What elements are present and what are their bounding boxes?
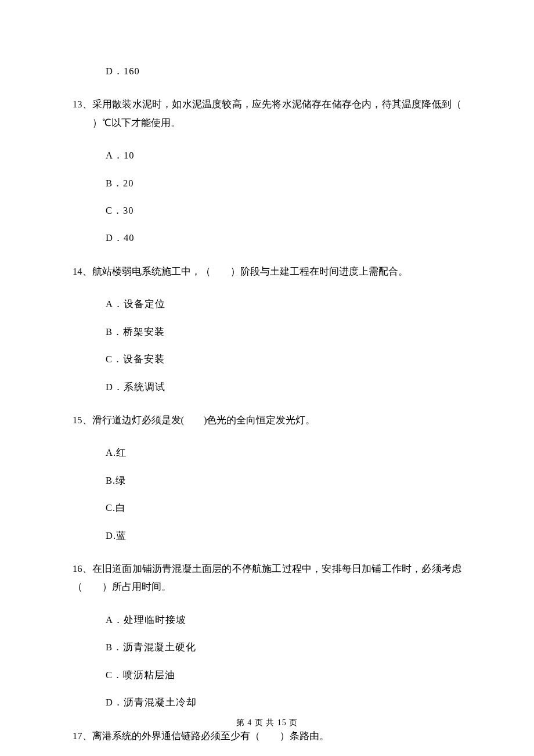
question-number: 13 [73, 99, 82, 110]
answer-blank[interactable] [82, 578, 102, 596]
page: D．160 13、采用散装水泥时，如水泥温度较高，应先将水泥储存在储存仓内，待其… [0, 0, 534, 756]
orphan-option-d: D．160 [73, 65, 461, 77]
option-b[interactable]: B.绿 [73, 474, 461, 487]
stem-suffix: ）℃以下才能使用。 [92, 117, 181, 128]
stem-prefix: 、航站楼弱电系统施工中，（ [82, 266, 211, 277]
answer-blank[interactable] [73, 114, 92, 132]
question-17: 17、离港系统的外界通信链路必须至少有（ ）条路由。 A．1 B．2 [73, 727, 461, 757]
question-stem: 13、采用散装水泥时，如水泥温度较高，应先将水泥储存在储存仓内，待其温度降低到（… [73, 95, 461, 132]
stem-prefix: 、采用散装水泥时，如水泥温度较高，应先将水泥储存在储存仓内，待其温度降低到（ [82, 99, 462, 110]
question-number: 17 [73, 730, 82, 741]
stem-suffix: ）条路由。 [280, 730, 329, 741]
option-a[interactable]: A．设备定位 [73, 298, 461, 310]
answer-blank[interactable] [211, 262, 230, 280]
option-c[interactable]: C.白 [73, 502, 461, 514]
stem-prefix: 、滑行道边灯必须是发( [82, 415, 185, 426]
stem-suffix: ）所占用时间。 [102, 581, 171, 592]
option-b[interactable]: B．20 [73, 177, 461, 189]
question-stem: 16、在旧道面加铺沥青混凝土面层的不停航施工过程中，安排每日加铺工作时，必须考虑… [73, 560, 461, 596]
option-b[interactable]: B．沥青混凝土硬化 [73, 641, 461, 653]
question-stem: 14、航站楼弱电系统施工中，（ ）阶段与土建工程在时间进度上需配合。 [73, 262, 461, 280]
option-d[interactable]: D．沥青混凝土冷却 [73, 696, 461, 708]
question-number: 14 [73, 266, 82, 277]
question-stem: 15、滑行道边灯必须是发( )色光的全向恒定发光灯。 [73, 411, 461, 429]
option-c[interactable]: C．30 [73, 204, 461, 217]
option-d[interactable]: D.蓝 [73, 530, 461, 542]
option-d[interactable]: D．40 [73, 232, 461, 244]
stem-suffix: )色光的全向恒定发光灯。 [204, 415, 316, 426]
option-d[interactable]: D．系统调试 [73, 381, 461, 393]
option-a[interactable]: A．10 [73, 149, 461, 161]
question-number: 15 [73, 415, 82, 426]
option-b[interactable]: B．桥架安装 [73, 326, 461, 338]
option-c[interactable]: C．喷沥粘层油 [73, 669, 461, 681]
question-number: 16 [73, 563, 82, 574]
answer-blank[interactable] [184, 411, 204, 429]
question-stem: 17、离港系统的外界通信链路必须至少有（ ）条路由。 [73, 727, 461, 745]
stem-prefix: 、离港系统的外界通信链路必须至少有（ [82, 730, 260, 741]
question-15: 15、滑行道边灯必须是发( )色光的全向恒定发光灯。 A.红 B.绿 C.白 D… [73, 411, 461, 542]
question-14: 14、航站楼弱电系统施工中，（ ）阶段与土建工程在时间进度上需配合。 A．设备定… [73, 262, 461, 393]
stem-suffix: ）阶段与土建工程在时间进度上需配合。 [230, 266, 408, 277]
question-13: 13、采用散装水泥时，如水泥温度较高，应先将水泥储存在储存仓内，待其温度降低到（… [73, 95, 461, 244]
question-16: 16、在旧道面加铺沥青混凝土面层的不停航施工过程中，安排每日加铺工作时，必须考虑… [73, 560, 461, 708]
page-footer: 第 4 页 共 15 页 [0, 718, 534, 728]
option-a[interactable]: A.红 [73, 447, 461, 459]
option-a[interactable]: A．处理临时接坡 [73, 614, 461, 626]
option-c[interactable]: C．设备安装 [73, 353, 461, 365]
answer-blank[interactable] [260, 727, 280, 745]
